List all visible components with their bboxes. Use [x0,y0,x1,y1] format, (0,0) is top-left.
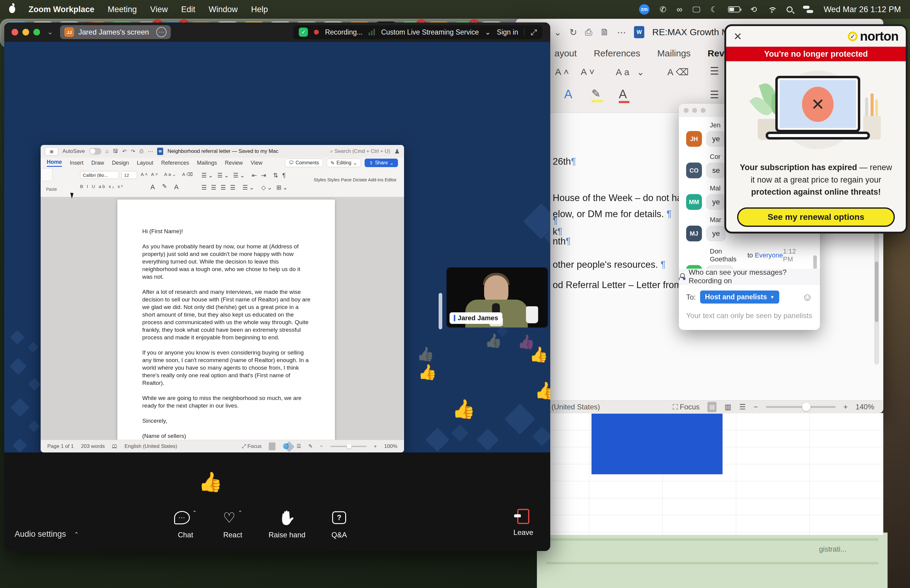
minimize-button[interactable] [23,29,29,36]
page-count[interactable]: Page 1 of 1 [47,443,74,449]
control-chat[interactable]: ⋯⌃Chat [174,509,197,539]
time-machine-icon[interactable]: ⟲ [750,5,757,14]
recipient-selector[interactable]: Host and panelists▼ [700,291,779,304]
renewal-button[interactable]: See my renewal options [737,207,895,227]
language[interactable]: (United States) [551,403,600,411]
document-text-fragment: 26th¶ [553,156,576,167]
zoom-in-icon[interactable]: + [844,403,848,411]
outline-icon[interactable]: ☰ [296,443,301,449]
tab-home[interactable]: Home [47,159,62,167]
zoom-in-icon[interactable]: + [374,443,377,449]
control-raise-hand[interactable]: ✋Raise hand [268,509,305,539]
share-button[interactable]: ⇪ Share ⌄ [365,158,398,167]
menu-item-window[interactable]: Window [209,5,238,14]
tab-draw[interactable]: Draw [91,160,104,166]
zoom-level[interactable]: 140% [856,403,874,411]
search-field[interactable]: ⌕ Search (Cmd + Ctrl + U) [330,148,390,154]
tab-insert[interactable]: Insert [70,160,83,166]
panel-collapse-handle[interactable] [439,293,442,330]
spotlight-icon[interactable] [787,6,793,13]
print-layout-icon[interactable]: ▤ [707,402,716,412]
web-layout-icon[interactable]: ▥ [724,403,731,411]
autosave-toggle[interactable] [89,148,101,155]
ellipsis-icon[interactable]: ⋯ [617,27,626,37]
emoji-picker-icon[interactable]: ☺ [802,291,813,303]
menu-item-view[interactable]: View [150,5,168,14]
speaker-video[interactable]: Jared James [446,268,548,328]
close-icon[interactable]: ✕ [734,30,742,42]
tab-review[interactable]: Review [225,160,242,166]
tab-references[interactable]: References [161,160,189,166]
security-shield-icon[interactable]: ✓ [299,27,308,37]
word-count[interactable]: 203 words [81,443,105,449]
audio-settings[interactable]: Audio settings⌃ [15,530,79,539]
tab-mailings[interactable]: Mailings [657,48,691,58]
display-icon[interactable]: 🖵 [692,5,700,14]
creative-cloud-icon[interactable]: ∞ [677,5,682,14]
chevron-down-icon[interactable]: ⌄ [47,28,53,36]
ellipsis-icon[interactable]: ⋯ [148,148,153,155]
chevron-down-icon[interactable]: ⌄ [485,28,491,36]
undo-icon[interactable]: ↶ [122,148,126,155]
redo-icon[interactable]: ↷ [131,148,135,155]
fullscreen-button[interactable] [33,29,40,36]
tab-layout[interactable]: Layout [137,160,153,166]
save-icon[interactable]: 🖫 [113,148,118,154]
menu-item-edit[interactable]: Edit [181,5,196,14]
print-icon[interactable]: ⎙ [585,27,592,37]
apple-icon[interactable] [9,6,15,13]
recipient-link[interactable]: Everyone [755,251,783,259]
sign-in-link[interactable]: Sign in [497,28,518,36]
battery-icon[interactable] [728,6,740,13]
recording-status[interactable]: Recording... [325,28,362,36]
streaming-service[interactable]: Custom Live Streaming Service [381,28,478,36]
tab-mailings[interactable]: Mailings [197,160,217,166]
shared-screen-pill[interactable]: JJ Jared James's screen ⋯ [60,25,171,39]
tab-ayout[interactable]: ayout [554,48,577,58]
focus-mode[interactable]: ⤢ Focus [242,443,262,449]
control-react[interactable]: ♡⌃React [223,509,242,539]
account-icon[interactable]: ♟ [394,148,400,155]
chevron-down-icon[interactable]: ⌄ [554,27,561,37]
zoom-slider[interactable] [766,406,836,408]
control-q-a[interactable]: ?Q&A [331,509,347,539]
editing-button[interactable]: ✎ Editing ⌄ [327,158,361,167]
paste-button[interactable] [40,168,53,181]
focus-mode[interactable]: ⛶ Focus [673,403,700,411]
refresh-icon[interactable]: ↻ [569,27,577,37]
tab-references[interactable]: References [594,48,640,58]
wifi-icon[interactable] [767,6,776,13]
language[interactable]: English (United States) [124,443,177,449]
menu-clock[interactable]: Wed Mar 26 1:12 PM [824,5,901,14]
leave-button[interactable]: Leave [514,509,533,537]
close-button[interactable] [11,29,18,36]
home-icon[interactable]: ⌂ [105,148,108,154]
zoom-slider[interactable] [330,446,367,447]
new-doc-icon[interactable]: 🗎 [600,27,609,37]
app-menu[interactable]: Zoom Workplace [29,5,94,14]
control-center-icon[interactable] [803,6,813,13]
chat-privacy-notice[interactable]: Who can see your messages? Recording on [679,269,820,284]
draw-icon[interactable]: ✎ [308,443,312,449]
zoom-out-icon[interactable]: − [320,443,323,449]
print-icon[interactable]: ⎙ [139,148,144,154]
zoom-out-icon[interactable]: − [754,403,758,411]
menu-item-meeting[interactable]: Meeting [108,5,137,14]
comments-button[interactable]: 🗩 Comments [285,158,323,167]
font-size-selector[interactable]: 12 [121,171,137,179]
chat-input[interactable]: Your text can only be seen by panelists [686,312,813,320]
tab-design[interactable]: Design [112,160,129,166]
presenter-window-icon[interactable]: ▣ [45,147,58,155]
spellcheck-icon[interactable]: 🕮 [112,443,117,449]
screen-mirroring-icon[interactable]: ✆ [660,5,666,14]
expand-icon[interactable]: ⤢ [530,27,537,37]
do-not-disturb-icon[interactable]: ☾ [710,5,718,14]
zoom-level[interactable]: 100% [384,443,398,449]
outline-icon[interactable]: ☰ [739,403,746,411]
options-icon[interactable]: ⋯ [156,27,166,37]
print-layout-icon[interactable] [269,443,275,450]
menu-item-help[interactable]: Help [251,5,268,14]
zoom-menubar-icon[interactable]: zm [639,4,650,15]
font-selector[interactable]: Calibri (Bo... [80,171,119,179]
tab-view[interactable]: View [251,160,262,166]
